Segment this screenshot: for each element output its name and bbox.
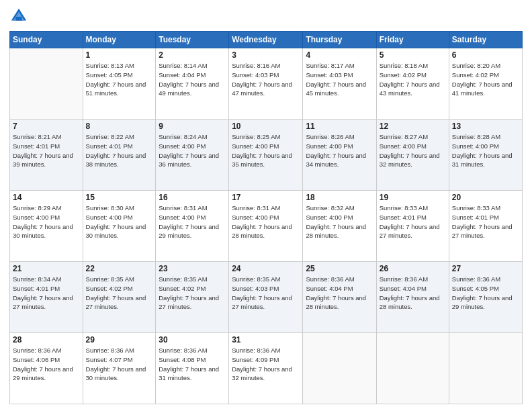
- day-number: 22: [86, 264, 153, 273]
- day-info: Sunrise: 8:33 AMSunset: 4:01 PMDaylight:…: [452, 203, 519, 240]
- calendar-cell: 23Sunrise: 8:35 AMSunset: 4:02 PMDayligh…: [156, 262, 229, 333]
- day-of-week-header: Monday: [83, 32, 156, 48]
- day-of-week-header: Friday: [376, 32, 449, 48]
- day-info: Sunrise: 8:36 AMSunset: 4:08 PMDaylight:…: [159, 346, 226, 383]
- day-number: 18: [306, 193, 373, 202]
- day-number: 16: [159, 193, 226, 202]
- logo-icon: [9, 7, 28, 26]
- calendar-cell: 9Sunrise: 8:24 AMSunset: 4:00 PMDaylight…: [156, 120, 229, 191]
- day-info: Sunrise: 8:36 AMSunset: 4:05 PMDaylight:…: [452, 275, 519, 312]
- header: [9, 7, 523, 26]
- day-number: 26: [380, 264, 446, 273]
- day-number: 5: [380, 50, 446, 60]
- calendar-week-row: 7Sunrise: 8:21 AMSunset: 4:01 PMDaylight…: [10, 120, 523, 191]
- calendar-cell: 24Sunrise: 8:35 AMSunset: 4:03 PMDayligh…: [229, 262, 303, 333]
- day-info: Sunrise: 8:30 AMSunset: 4:00 PMDaylight:…: [86, 203, 153, 240]
- day-number: 2: [159, 50, 226, 60]
- day-info: Sunrise: 8:29 AMSunset: 4:00 PMDaylight:…: [13, 203, 80, 240]
- calendar-cell: 5Sunrise: 8:18 AMSunset: 4:02 PMDaylight…: [376, 48, 449, 120]
- calendar-week-row: 21Sunrise: 8:34 AMSunset: 4:01 PMDayligh…: [10, 262, 523, 333]
- day-info: Sunrise: 8:16 AMSunset: 4:03 PMDaylight:…: [232, 61, 300, 98]
- calendar-cell: 17Sunrise: 8:31 AMSunset: 4:00 PMDayligh…: [229, 191, 303, 262]
- day-info: Sunrise: 8:35 AMSunset: 4:03 PMDaylight:…: [232, 275, 300, 312]
- calendar-cell: 20Sunrise: 8:33 AMSunset: 4:01 PMDayligh…: [449, 191, 522, 262]
- day-info: Sunrise: 8:36 AMSunset: 4:04 PMDaylight:…: [306, 275, 373, 312]
- day-number: 4: [306, 50, 373, 60]
- calendar-cell: 30Sunrise: 8:36 AMSunset: 4:08 PMDayligh…: [156, 333, 229, 404]
- calendar-cell: 22Sunrise: 8:35 AMSunset: 4:02 PMDayligh…: [83, 262, 156, 333]
- calendar-cell: 16Sunrise: 8:31 AMSunset: 4:00 PMDayligh…: [156, 191, 229, 262]
- day-number: 27: [452, 264, 519, 273]
- day-number: 13: [452, 122, 519, 131]
- day-of-week-header: Tuesday: [156, 32, 229, 48]
- calendar-cell: 19Sunrise: 8:33 AMSunset: 4:01 PMDayligh…: [376, 191, 449, 262]
- day-info: Sunrise: 8:28 AMSunset: 4:00 PMDaylight:…: [452, 132, 519, 169]
- day-info: Sunrise: 8:35 AMSunset: 4:02 PMDaylight:…: [159, 275, 226, 312]
- day-number: 14: [13, 193, 80, 202]
- day-number: 21: [13, 264, 80, 273]
- calendar-cell: [376, 333, 449, 404]
- calendar-cell: 14Sunrise: 8:29 AMSunset: 4:00 PMDayligh…: [10, 191, 83, 262]
- calendar-week-row: 14Sunrise: 8:29 AMSunset: 4:00 PMDayligh…: [10, 191, 523, 262]
- day-number: 8: [86, 122, 153, 131]
- day-number: 30: [159, 335, 226, 345]
- day-number: 25: [306, 264, 373, 273]
- day-number: 3: [232, 50, 300, 60]
- calendar-cell: 2Sunrise: 8:14 AMSunset: 4:04 PMDaylight…: [156, 48, 229, 120]
- calendar-cell: [303, 333, 376, 404]
- day-number: 23: [159, 264, 226, 273]
- calendar-cell: 13Sunrise: 8:28 AMSunset: 4:00 PMDayligh…: [449, 120, 522, 191]
- day-info: Sunrise: 8:31 AMSunset: 4:00 PMDaylight:…: [232, 203, 300, 240]
- day-number: 12: [380, 122, 446, 131]
- day-of-week-header: Thursday: [303, 32, 376, 48]
- day-number: 9: [159, 122, 226, 131]
- calendar-cell: 8Sunrise: 8:22 AMSunset: 4:01 PMDaylight…: [83, 120, 156, 191]
- day-number: 20: [452, 193, 519, 202]
- day-number: 10: [232, 122, 300, 131]
- day-number: 28: [13, 335, 80, 345]
- calendar-header-row: SundayMondayTuesdayWednesdayThursdayFrid…: [10, 32, 523, 48]
- calendar-cell: 26Sunrise: 8:36 AMSunset: 4:04 PMDayligh…: [376, 262, 449, 333]
- day-number: 17: [232, 193, 300, 202]
- calendar-cell: 21Sunrise: 8:34 AMSunset: 4:01 PMDayligh…: [10, 262, 83, 333]
- calendar: SundayMondayTuesdayWednesdayThursdayFrid…: [9, 31, 523, 404]
- calendar-cell: 29Sunrise: 8:36 AMSunset: 4:07 PMDayligh…: [83, 333, 156, 404]
- day-number: 6: [452, 50, 519, 60]
- calendar-week-row: 28Sunrise: 8:36 AMSunset: 4:06 PMDayligh…: [10, 333, 523, 404]
- day-info: Sunrise: 8:36 AMSunset: 4:06 PMDaylight:…: [13, 346, 80, 383]
- day-of-week-header: Sunday: [10, 32, 83, 48]
- day-number: 19: [380, 193, 446, 202]
- day-info: Sunrise: 8:36 AMSunset: 4:09 PMDaylight:…: [232, 346, 300, 383]
- day-number: 15: [86, 193, 153, 202]
- day-number: 7: [13, 122, 80, 131]
- calendar-cell: 25Sunrise: 8:36 AMSunset: 4:04 PMDayligh…: [303, 262, 376, 333]
- day-info: Sunrise: 8:36 AMSunset: 4:07 PMDaylight:…: [86, 346, 153, 383]
- day-info: Sunrise: 8:24 AMSunset: 4:00 PMDaylight:…: [159, 132, 226, 169]
- calendar-cell: [449, 333, 522, 404]
- day-info: Sunrise: 8:13 AMSunset: 4:05 PMDaylight:…: [86, 61, 153, 98]
- day-of-week-header: Wednesday: [229, 32, 303, 48]
- day-number: 31: [232, 335, 300, 345]
- day-info: Sunrise: 8:18 AMSunset: 4:02 PMDaylight:…: [380, 61, 446, 98]
- day-info: Sunrise: 8:20 AMSunset: 4:02 PMDaylight:…: [452, 61, 519, 98]
- day-info: Sunrise: 8:35 AMSunset: 4:02 PMDaylight:…: [86, 275, 153, 312]
- day-info: Sunrise: 8:21 AMSunset: 4:01 PMDaylight:…: [13, 132, 80, 169]
- calendar-cell: 10Sunrise: 8:25 AMSunset: 4:00 PMDayligh…: [229, 120, 303, 191]
- day-info: Sunrise: 8:26 AMSunset: 4:00 PMDaylight:…: [306, 132, 373, 169]
- calendar-cell: 12Sunrise: 8:27 AMSunset: 4:00 PMDayligh…: [376, 120, 449, 191]
- calendar-cell: 1Sunrise: 8:13 AMSunset: 4:05 PMDaylight…: [83, 48, 156, 120]
- day-number: 1: [86, 50, 153, 60]
- day-info: Sunrise: 8:34 AMSunset: 4:01 PMDaylight:…: [13, 275, 80, 312]
- logo: [9, 7, 31, 26]
- calendar-cell: 11Sunrise: 8:26 AMSunset: 4:00 PMDayligh…: [303, 120, 376, 191]
- calendar-cell: 18Sunrise: 8:32 AMSunset: 4:00 PMDayligh…: [303, 191, 376, 262]
- calendar-cell: 27Sunrise: 8:36 AMSunset: 4:05 PMDayligh…: [449, 262, 522, 333]
- calendar-cell: 15Sunrise: 8:30 AMSunset: 4:00 PMDayligh…: [83, 191, 156, 262]
- day-info: Sunrise: 8:22 AMSunset: 4:01 PMDaylight:…: [86, 132, 153, 169]
- day-number: 29: [86, 335, 153, 345]
- day-of-week-header: Saturday: [449, 32, 522, 48]
- day-info: Sunrise: 8:31 AMSunset: 4:00 PMDaylight:…: [159, 203, 226, 240]
- day-info: Sunrise: 8:32 AMSunset: 4:00 PMDaylight:…: [306, 203, 373, 240]
- calendar-week-row: 1Sunrise: 8:13 AMSunset: 4:05 PMDaylight…: [10, 48, 523, 120]
- svg-rect-2: [15, 17, 21, 21]
